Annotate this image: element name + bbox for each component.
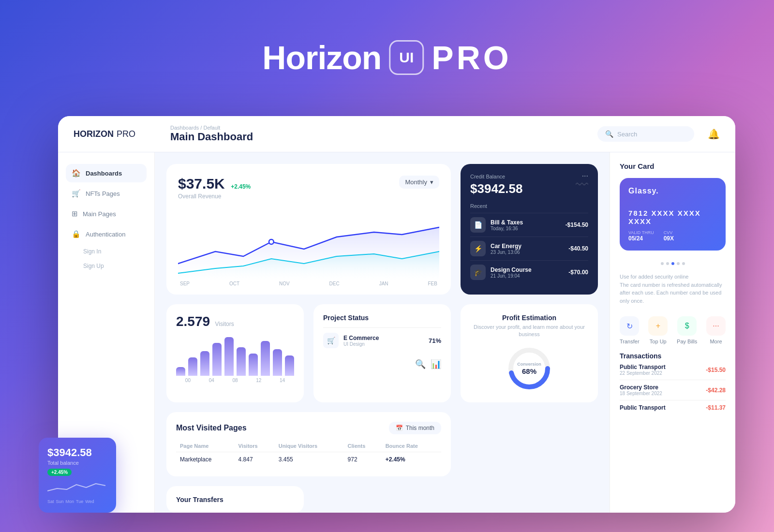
top-bar: HORIZON PRO Dashboards / Default Main Da… xyxy=(58,116,735,152)
chart-mini-icon: 📊 xyxy=(431,359,441,369)
action-transfer[interactable]: ↻ Transfer xyxy=(620,316,640,344)
chart-label-dec: DEC xyxy=(329,281,340,286)
dot-4 xyxy=(682,262,685,265)
chart-label-jan: JAN xyxy=(379,281,388,286)
breadcrumb-area: Dashboards / Default Main Dashboard xyxy=(170,125,588,143)
project-item-ecommerce: 🛒 E Commerce UI Design 71% xyxy=(323,327,441,353)
filter-label: This month xyxy=(406,425,434,431)
donut-chart: Conversion 68% xyxy=(505,344,553,393)
sidebar-sub-signup[interactable]: Sign Up xyxy=(66,260,147,272)
search-input[interactable]: Search xyxy=(617,131,637,138)
more-icon: ··· xyxy=(706,316,726,336)
most-visited-title: Most Visited Pages xyxy=(176,424,247,432)
bar-0 xyxy=(176,367,185,376)
hero-ui-badge: UI xyxy=(389,40,424,75)
content-area: $37.5K +2.45% Overall Revenue Monthly ▾ xyxy=(155,152,610,513)
breadcrumb: Dashboards / Default xyxy=(170,125,588,131)
profit-title: Profit Estimation xyxy=(502,314,556,322)
col-bounce: Bounce Rate xyxy=(382,440,441,452)
txn-amount-0: -$15.50 xyxy=(706,367,726,373)
bar-6 xyxy=(249,354,258,376)
dot-0 xyxy=(661,262,664,265)
project-sub: UI Design xyxy=(343,341,379,347)
chart-label-nov: NOV xyxy=(279,281,290,286)
sidebar-sub-signin[interactable]: Sign In xyxy=(66,245,147,258)
project-name: E Commerce xyxy=(343,335,379,341)
sidebar-item-authentication[interactable]: 🔒 Authentication xyxy=(66,225,147,243)
sidebar-item-main-pages[interactable]: ⊞ Main Pages xyxy=(66,205,147,223)
sidebar-item-dashboards[interactable]: 🏠 Dashboards xyxy=(66,164,147,182)
monthly-selector[interactable]: Monthly ▾ xyxy=(399,176,439,189)
revenue-label: Overall Revenue xyxy=(178,193,251,200)
chart-label-feb: FEB xyxy=(428,281,437,286)
car-amount: -$40.50 xyxy=(568,245,588,252)
svg-point-0 xyxy=(269,239,274,244)
hero-section: Horizon UI PRO xyxy=(262,39,511,76)
bill-icon: 📄 xyxy=(470,217,486,233)
cell-bounce: +2.45% xyxy=(382,452,441,467)
bar-label-12: 12 xyxy=(247,378,270,383)
sidebar-item-nfts[interactable]: 🛒 NFTs Pages xyxy=(66,184,147,203)
txn-name-0: Public Transport xyxy=(620,364,666,370)
card-valid-group: VALID THRU 05/24 xyxy=(628,230,654,242)
logo-area: HORIZON PRO xyxy=(74,129,161,139)
valid-thru-val: 05/24 xyxy=(628,235,654,242)
table-row: Marketplace 4.847 3.455 972 +2.45% xyxy=(176,452,441,467)
mini-label: Total balance xyxy=(47,460,107,466)
card-number: 7812 XXXX XXXX XXXX xyxy=(628,209,717,225)
logo-horizon: HORIZON xyxy=(74,129,114,139)
search-box[interactable]: 🔍 Search xyxy=(597,126,694,142)
pages-icon: ⊞ xyxy=(72,209,78,218)
col-clients: Clients xyxy=(344,440,382,452)
transfer-icon: ↻ xyxy=(620,316,639,336)
most-visited-header: Most Visited Pages 📅 This month xyxy=(176,422,441,434)
cell-page: Marketplace xyxy=(176,452,235,467)
nft-icon: 🛒 xyxy=(72,189,81,198)
more-label: More xyxy=(710,339,722,344)
action-paybills[interactable]: $ Pay Bills xyxy=(677,316,697,344)
mini-days: Sat Sun Mon Tue Wed xyxy=(47,499,107,504)
bell-icon[interactable]: 🔔 xyxy=(708,128,720,140)
sidebar-item-label: Dashboards xyxy=(86,170,122,177)
transfer-label: Transfer xyxy=(620,339,640,344)
quick-actions: ↻ Transfer + Top Up $ Pay Bills ··· More xyxy=(620,316,726,344)
col-unique: Unique Visitors xyxy=(275,440,344,452)
chart-label-sep: SEP xyxy=(180,281,190,286)
table-header-row: Page Name Visitors Unique Visitors Clien… xyxy=(176,440,441,452)
bar-label-00: 00 xyxy=(176,378,200,383)
most-visited-filter[interactable]: 📅 This month xyxy=(389,422,441,434)
bar-1 xyxy=(188,357,197,376)
card-meta: VALID THRU 05/24 CVV 09X xyxy=(628,230,717,242)
bill-date: Today, 16:36 xyxy=(491,226,523,231)
car-icon: ⚡ xyxy=(470,241,486,256)
paybills-label: Pay Bills xyxy=(677,339,697,344)
card-security-text: Use for added security onlineThe card nu… xyxy=(620,273,726,305)
page-title: Main Dashboard xyxy=(170,131,588,143)
valid-thru-label: VALID THRU xyxy=(628,230,654,235)
revenue-left: $37.5K +2.45% Overall Revenue xyxy=(178,176,251,200)
recent-item-car: ⚡ Car Energy 23 Jun, 13:06 -$40.50 xyxy=(470,236,588,260)
cvv-label: CVV xyxy=(664,230,674,235)
bar-label-04: 04 xyxy=(200,378,223,383)
dot-2 xyxy=(671,262,674,265)
main-layout: 🏠 Dashboards 🛒 NFTs Pages ⊞ Main Pages 🔒… xyxy=(58,152,735,513)
calendar-icon: 📅 xyxy=(396,425,403,431)
day-sat: Sat xyxy=(47,499,54,504)
car-name: Car Energy xyxy=(491,243,521,250)
topup-icon: + xyxy=(648,316,668,336)
day-sun: Sun xyxy=(56,499,64,504)
mini-sparkline xyxy=(47,479,105,493)
day-tue: Tue xyxy=(76,499,83,504)
lock-icon: 🔒 xyxy=(72,230,81,238)
revenue-card: $37.5K +2.45% Overall Revenue Monthly ▾ xyxy=(166,164,451,295)
revenue-amount: $37.5K xyxy=(178,176,225,192)
bill-amount: -$154.50 xyxy=(566,222,588,228)
search-icon: 🔍 xyxy=(605,130,613,138)
action-topup[interactable]: + Top Up xyxy=(648,316,668,344)
glassy-card: Glassy. 7812 XXXX XXXX XXXX VALID THRU 0… xyxy=(620,178,726,251)
chart-label-oct: OCT xyxy=(229,281,239,286)
design-amount: -$70.00 xyxy=(568,269,588,276)
txn-amount-2: -$11.37 xyxy=(706,404,726,411)
bar-7 xyxy=(261,341,270,376)
action-more[interactable]: ··· More xyxy=(706,316,726,344)
